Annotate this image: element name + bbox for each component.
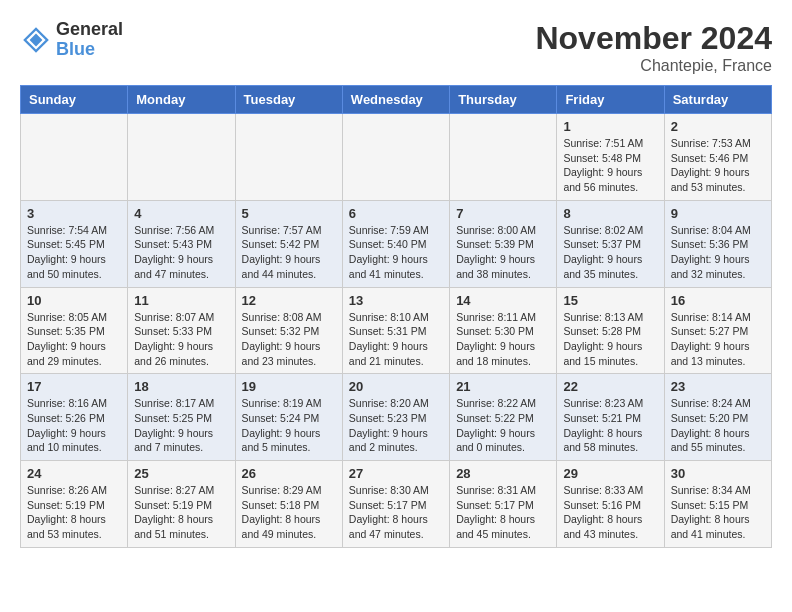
logo-text: General Blue — [56, 20, 123, 60]
day-number: 21 — [456, 379, 550, 394]
day-info: Sunrise: 8:10 AM Sunset: 5:31 PM Dayligh… — [349, 310, 443, 369]
day-info: Sunrise: 7:57 AM Sunset: 5:42 PM Dayligh… — [242, 223, 336, 282]
day-number: 17 — [27, 379, 121, 394]
day-number: 1 — [563, 119, 657, 134]
logo: General Blue — [20, 20, 123, 60]
calendar-cell: 29Sunrise: 8:33 AM Sunset: 5:16 PM Dayli… — [557, 461, 664, 548]
calendar-cell: 21Sunrise: 8:22 AM Sunset: 5:22 PM Dayli… — [450, 374, 557, 461]
calendar-table: SundayMondayTuesdayWednesdayThursdayFrid… — [20, 85, 772, 548]
day-info: Sunrise: 7:53 AM Sunset: 5:46 PM Dayligh… — [671, 136, 765, 195]
day-number: 26 — [242, 466, 336, 481]
calendar-cell: 6Sunrise: 7:59 AM Sunset: 5:40 PM Daylig… — [342, 200, 449, 287]
calendar-cell: 27Sunrise: 8:30 AM Sunset: 5:17 PM Dayli… — [342, 461, 449, 548]
calendar-cell: 5Sunrise: 7:57 AM Sunset: 5:42 PM Daylig… — [235, 200, 342, 287]
day-number: 6 — [349, 206, 443, 221]
day-number: 5 — [242, 206, 336, 221]
calendar-week-2: 3Sunrise: 7:54 AM Sunset: 5:45 PM Daylig… — [21, 200, 772, 287]
day-info: Sunrise: 8:27 AM Sunset: 5:19 PM Dayligh… — [134, 483, 228, 542]
day-info: Sunrise: 8:07 AM Sunset: 5:33 PM Dayligh… — [134, 310, 228, 369]
calendar-cell — [450, 114, 557, 201]
calendar-cell: 3Sunrise: 7:54 AM Sunset: 5:45 PM Daylig… — [21, 200, 128, 287]
day-info: Sunrise: 8:33 AM Sunset: 5:16 PM Dayligh… — [563, 483, 657, 542]
weekday-header-thursday: Thursday — [450, 86, 557, 114]
day-number: 15 — [563, 293, 657, 308]
calendar-header: SundayMondayTuesdayWednesdayThursdayFrid… — [21, 86, 772, 114]
day-info: Sunrise: 8:20 AM Sunset: 5:23 PM Dayligh… — [349, 396, 443, 455]
day-number: 13 — [349, 293, 443, 308]
day-number: 27 — [349, 466, 443, 481]
calendar-cell: 20Sunrise: 8:20 AM Sunset: 5:23 PM Dayli… — [342, 374, 449, 461]
weekday-header-monday: Monday — [128, 86, 235, 114]
calendar-week-1: 1Sunrise: 7:51 AM Sunset: 5:48 PM Daylig… — [21, 114, 772, 201]
calendar-cell: 9Sunrise: 8:04 AM Sunset: 5:36 PM Daylig… — [664, 200, 771, 287]
calendar-cell: 13Sunrise: 8:10 AM Sunset: 5:31 PM Dayli… — [342, 287, 449, 374]
calendar-cell: 10Sunrise: 8:05 AM Sunset: 5:35 PM Dayli… — [21, 287, 128, 374]
day-number: 12 — [242, 293, 336, 308]
calendar-cell — [21, 114, 128, 201]
day-number: 20 — [349, 379, 443, 394]
weekday-header-row: SundayMondayTuesdayWednesdayThursdayFrid… — [21, 86, 772, 114]
calendar-week-4: 17Sunrise: 8:16 AM Sunset: 5:26 PM Dayli… — [21, 374, 772, 461]
day-number: 11 — [134, 293, 228, 308]
calendar-cell: 22Sunrise: 8:23 AM Sunset: 5:21 PM Dayli… — [557, 374, 664, 461]
day-info: Sunrise: 8:05 AM Sunset: 5:35 PM Dayligh… — [27, 310, 121, 369]
calendar-cell: 7Sunrise: 8:00 AM Sunset: 5:39 PM Daylig… — [450, 200, 557, 287]
day-number: 16 — [671, 293, 765, 308]
calendar-week-5: 24Sunrise: 8:26 AM Sunset: 5:19 PM Dayli… — [21, 461, 772, 548]
calendar-cell: 14Sunrise: 8:11 AM Sunset: 5:30 PM Dayli… — [450, 287, 557, 374]
day-info: Sunrise: 8:34 AM Sunset: 5:15 PM Dayligh… — [671, 483, 765, 542]
calendar-week-3: 10Sunrise: 8:05 AM Sunset: 5:35 PM Dayli… — [21, 287, 772, 374]
day-number: 8 — [563, 206, 657, 221]
logo-icon — [20, 24, 52, 56]
calendar-cell — [235, 114, 342, 201]
day-number: 7 — [456, 206, 550, 221]
day-number: 3 — [27, 206, 121, 221]
day-info: Sunrise: 7:56 AM Sunset: 5:43 PM Dayligh… — [134, 223, 228, 282]
day-info: Sunrise: 8:22 AM Sunset: 5:22 PM Dayligh… — [456, 396, 550, 455]
day-number: 9 — [671, 206, 765, 221]
day-info: Sunrise: 8:13 AM Sunset: 5:28 PM Dayligh… — [563, 310, 657, 369]
calendar-cell — [128, 114, 235, 201]
page-header: General Blue November 2024 Chantepie, Fr… — [20, 20, 772, 75]
day-info: Sunrise: 7:59 AM Sunset: 5:40 PM Dayligh… — [349, 223, 443, 282]
day-info: Sunrise: 8:00 AM Sunset: 5:39 PM Dayligh… — [456, 223, 550, 282]
calendar-body: 1Sunrise: 7:51 AM Sunset: 5:48 PM Daylig… — [21, 114, 772, 548]
calendar-cell: 19Sunrise: 8:19 AM Sunset: 5:24 PM Dayli… — [235, 374, 342, 461]
calendar-cell: 17Sunrise: 8:16 AM Sunset: 5:26 PM Dayli… — [21, 374, 128, 461]
day-info: Sunrise: 8:11 AM Sunset: 5:30 PM Dayligh… — [456, 310, 550, 369]
day-info: Sunrise: 7:54 AM Sunset: 5:45 PM Dayligh… — [27, 223, 121, 282]
calendar-cell: 28Sunrise: 8:31 AM Sunset: 5:17 PM Dayli… — [450, 461, 557, 548]
calendar-cell: 8Sunrise: 8:02 AM Sunset: 5:37 PM Daylig… — [557, 200, 664, 287]
weekday-header-wednesday: Wednesday — [342, 86, 449, 114]
day-number: 10 — [27, 293, 121, 308]
day-info: Sunrise: 8:19 AM Sunset: 5:24 PM Dayligh… — [242, 396, 336, 455]
day-number: 23 — [671, 379, 765, 394]
calendar-cell: 23Sunrise: 8:24 AM Sunset: 5:20 PM Dayli… — [664, 374, 771, 461]
day-info: Sunrise: 8:02 AM Sunset: 5:37 PM Dayligh… — [563, 223, 657, 282]
calendar-cell: 2Sunrise: 7:53 AM Sunset: 5:46 PM Daylig… — [664, 114, 771, 201]
calendar-cell: 24Sunrise: 8:26 AM Sunset: 5:19 PM Dayli… — [21, 461, 128, 548]
weekday-header-sunday: Sunday — [21, 86, 128, 114]
day-info: Sunrise: 8:30 AM Sunset: 5:17 PM Dayligh… — [349, 483, 443, 542]
day-info: Sunrise: 8:14 AM Sunset: 5:27 PM Dayligh… — [671, 310, 765, 369]
day-info: Sunrise: 8:29 AM Sunset: 5:18 PM Dayligh… — [242, 483, 336, 542]
day-info: Sunrise: 8:26 AM Sunset: 5:19 PM Dayligh… — [27, 483, 121, 542]
day-number: 25 — [134, 466, 228, 481]
day-number: 19 — [242, 379, 336, 394]
calendar-cell: 25Sunrise: 8:27 AM Sunset: 5:19 PM Dayli… — [128, 461, 235, 548]
day-number: 28 — [456, 466, 550, 481]
subtitle: Chantepie, France — [535, 57, 772, 75]
calendar-cell: 1Sunrise: 7:51 AM Sunset: 5:48 PM Daylig… — [557, 114, 664, 201]
calendar-cell: 16Sunrise: 8:14 AM Sunset: 5:27 PM Dayli… — [664, 287, 771, 374]
calendar-cell: 11Sunrise: 8:07 AM Sunset: 5:33 PM Dayli… — [128, 287, 235, 374]
day-number: 22 — [563, 379, 657, 394]
day-info: Sunrise: 8:08 AM Sunset: 5:32 PM Dayligh… — [242, 310, 336, 369]
day-info: Sunrise: 8:04 AM Sunset: 5:36 PM Dayligh… — [671, 223, 765, 282]
day-number: 30 — [671, 466, 765, 481]
day-info: Sunrise: 8:23 AM Sunset: 5:21 PM Dayligh… — [563, 396, 657, 455]
day-info: Sunrise: 7:51 AM Sunset: 5:48 PM Dayligh… — [563, 136, 657, 195]
day-number: 4 — [134, 206, 228, 221]
calendar-cell: 26Sunrise: 8:29 AM Sunset: 5:18 PM Dayli… — [235, 461, 342, 548]
calendar-cell: 12Sunrise: 8:08 AM Sunset: 5:32 PM Dayli… — [235, 287, 342, 374]
calendar-cell: 30Sunrise: 8:34 AM Sunset: 5:15 PM Dayli… — [664, 461, 771, 548]
